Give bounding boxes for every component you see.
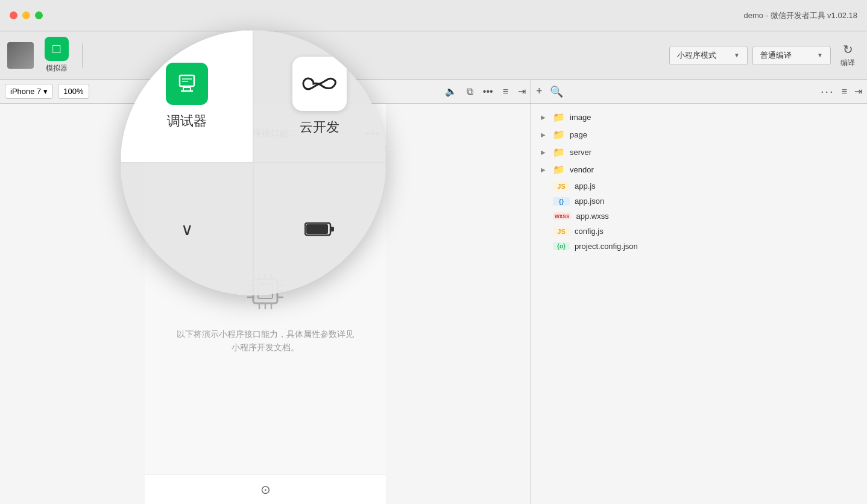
carrier-label: WeChat [185, 108, 213, 117]
lines-icon[interactable]: ≡ [503, 86, 508, 97]
maximize-button[interactable] [35, 11, 43, 19]
folder-icon: 📁 [553, 164, 565, 175]
minimize-button[interactable] [22, 11, 30, 19]
json-badge: {} [553, 197, 570, 206]
title-bar: demo - 微信开发者工具 v1.02.18 [0, 0, 867, 31]
zoom-selector[interactable]: 100% [58, 84, 89, 99]
file-name: app.json [575, 197, 604, 206]
folder-icon: 📁 [553, 112, 565, 123]
file-tree: ▶ 📁 image ▶ 📁 page ▶ 📁 server ▶ 📁 vendor [531, 104, 867, 504]
nav-title: 小程序接口能... [235, 128, 297, 139]
file-toolbar: + 🔍 ··· ≡ ⇥ [531, 80, 867, 104]
chevron-down-icon: ▼ [734, 52, 740, 58]
folder-item-image[interactable]: ▶ 📁 image [531, 109, 867, 126]
toolbar: □ 模拟器 小程序模式 ▼ 普通编译 ▼ ↻ 编译 [0, 31, 867, 80]
file-panel: + 🔍 ··· ≡ ⇥ ▶ 📁 image ▶ 📁 page ▶ 📁 [531, 80, 867, 504]
expand-arrow-icon: ▶ [541, 114, 548, 121]
file-item-projectconfig[interactable]: ▶ {o} project.config.json [531, 239, 867, 254]
chevron-down-icon: ▾ [43, 87, 48, 96]
file-item-appwxss[interactable]: ▶ wxss app.wxss [531, 209, 867, 224]
avatar[interactable] [7, 42, 34, 69]
toolbar-separator [82, 43, 83, 68]
simulator-label: 模拟器 [46, 63, 68, 74]
program-mode-label: 小程序模式 [677, 50, 716, 61]
expand-arrow-icon: ▶ [541, 149, 548, 156]
folder-item-page[interactable]: ▶ 📁 page [531, 126, 867, 143]
folder-name: page [570, 130, 587, 139]
folder-name: server [570, 148, 591, 157]
folder-icon: 📁 [553, 129, 565, 140]
expand-arrow-icon: ▶ [541, 131, 548, 138]
file-item-appjson[interactable]: ▶ {} app.json [531, 194, 867, 209]
list-view-icon[interactable]: ≡ [842, 86, 847, 97]
content-text-line2: 小程序开发文档。 [232, 341, 299, 354]
file-item-appjs[interactable]: ▶ JS app.js [531, 178, 867, 194]
file-item-configjs[interactable]: ▶ JS config.js [531, 224, 867, 239]
add-file-icon[interactable]: + [536, 85, 543, 98]
app-nav-bar: 小程序接口能... [145, 121, 386, 147]
refresh-icon: ↻ [843, 42, 853, 57]
content-text-line1: 以下将演示小程序接口能力，具体属性参数详见 [177, 327, 354, 341]
svg-rect-0 [253, 279, 277, 303]
bottom-bar: ⊙ [145, 474, 386, 504]
expand-arrow-icon: ▶ [541, 166, 548, 173]
dots-menu-icon[interactable]: ••• [483, 86, 493, 97]
device-bar-icons: 🔈 ⧉ ••• ≡ ⇥ [445, 86, 526, 97]
folder-name: vendor [570, 165, 594, 174]
main-layout: iPhone 7 ▾ 100% 🔈 ⧉ ••• ≡ ⇥ [0, 80, 867, 504]
device-selector[interactable]: iPhone 7 ▾ [5, 84, 53, 99]
config-badge: {o} [553, 242, 570, 250]
device-name: iPhone 7 [10, 87, 41, 96]
file-name: app.wxss [576, 212, 608, 221]
folder-icon: 📁 [553, 146, 565, 158]
arrow-icon[interactable]: ⇥ [518, 86, 526, 97]
mini-program-content: 以下将演示小程序接口能力，具体属性参数详见 小程序开发文档。 [145, 147, 386, 474]
device-bar: iPhone 7 ▾ 100% 🔈 ⧉ ••• ≡ ⇥ [0, 80, 531, 104]
compile-dropdown[interactable]: 普通编译 ▼ [752, 46, 831, 65]
compile-button[interactable]: ↻ 编译 [836, 40, 860, 71]
wifi-icon: 📶 [216, 109, 224, 116]
compile-dropdown-label: 普通编译 [760, 50, 792, 61]
program-mode-dropdown[interactable]: 小程序模式 ▼ [669, 46, 748, 65]
simulator-panel: iPhone 7 ▾ 100% 🔈 ⧉ ••• ≡ ⇥ [0, 80, 531, 504]
bottom-record-icon[interactable]: ⊙ [260, 482, 271, 497]
nav-more-icon[interactable] [366, 132, 379, 135]
volume-icon[interactable]: 🔈 [445, 86, 457, 97]
window-title: demo - 微信开发者工具 v1.02.18 [743, 10, 857, 21]
screen-icon[interactable]: ⧉ [467, 86, 473, 97]
svg-rect-1 [258, 284, 273, 298]
file-name: app.js [575, 181, 596, 191]
chevron-down-icon: ▼ [817, 52, 823, 58]
js-badge: JS [553, 227, 570, 236]
js-badge: JS [553, 182, 570, 191]
wxss-badge: wxss [553, 212, 571, 220]
search-file-icon[interactable]: 🔍 [550, 85, 563, 98]
file-name: config.js [575, 227, 604, 236]
zoom-level: 100% [63, 87, 83, 96]
simulator-button[interactable]: □ 模拟器 [39, 34, 75, 76]
collapse-panel-icon[interactable]: ⇥ [854, 86, 862, 97]
folder-item-vendor[interactable]: ▶ 📁 vendor [531, 161, 867, 178]
folder-name: image [570, 113, 591, 122]
simulator-icon: □ [45, 37, 69, 61]
traffic-lights [10, 11, 43, 19]
file-name: project.config.json [575, 242, 638, 251]
close-button[interactable] [10, 11, 17, 19]
toolbar-right: 小程序模式 ▼ 普通编译 ▼ ↻ 编译 [669, 40, 860, 71]
folder-item-server[interactable]: ▶ 📁 server [531, 143, 867, 161]
phone-content: WeChat 📶 小程序接口能... [0, 104, 531, 504]
compile-label: 编译 [840, 58, 855, 68]
status-bar: WeChat 📶 [145, 104, 386, 121]
more-options-icon[interactable]: ··· [821, 84, 834, 98]
chip-icon [241, 267, 289, 315]
signal-dots [152, 110, 183, 114]
